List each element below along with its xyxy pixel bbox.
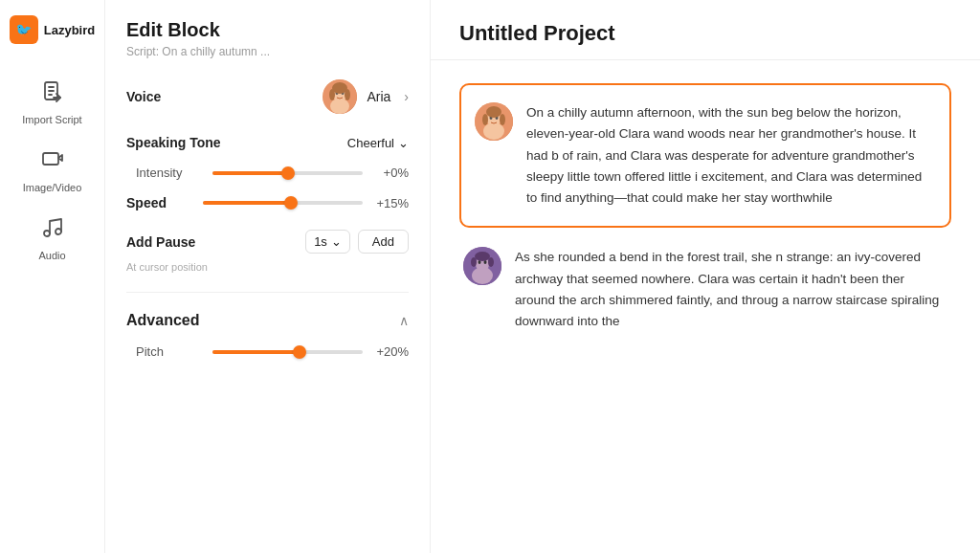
- logo: 🐦 Lazybird: [0, 15, 104, 44]
- pitch-value: +20%: [372, 344, 409, 359]
- voice-label: Voice: [126, 89, 161, 104]
- edit-panel-subtitle: Script: On a chilly autumn ...: [126, 45, 409, 58]
- svg-point-23: [500, 114, 505, 125]
- pitch-track: [212, 350, 363, 354]
- pause-duration-value: 1s: [314, 234, 327, 249]
- speed-thumb[interactable]: [284, 196, 298, 210]
- svg-point-21: [486, 106, 501, 118]
- speed-value: +15%: [372, 196, 409, 210]
- voice-name: Aria: [367, 89, 390, 104]
- svg-point-15: [345, 89, 350, 100]
- logo-icon: 🐦: [10, 15, 38, 44]
- tone-select[interactable]: Cheerful ⌄: [347, 136, 409, 150]
- pitch-fill: [212, 350, 300, 354]
- voice-avatar-image: [323, 79, 357, 114]
- intensity-fill: [212, 171, 288, 175]
- svg-point-6: [44, 231, 50, 236]
- speaking-tone-label: Speaking Tone: [126, 135, 221, 150]
- voice-avatar: [323, 79, 357, 114]
- story-block-1[interactable]: On a chilly autumn afternoon, with the s…: [459, 83, 951, 228]
- svg-point-26: [472, 267, 493, 284]
- intensity-track: [212, 171, 363, 175]
- sidebar-item-import-script-label: Import Script: [22, 114, 81, 125]
- intensity-slider[interactable]: [212, 170, 363, 176]
- speed-track: [203, 201, 363, 205]
- pitch-thumb[interactable]: [293, 345, 306, 359]
- advanced-label: Advanced: [126, 312, 199, 329]
- main-header: Untitled Project: [431, 0, 980, 60]
- sidebar-item-audio-label: Audio: [38, 250, 65, 261]
- pause-controls: 1s ⌄ Add: [305, 230, 409, 254]
- voice-row: Voice: [126, 79, 409, 114]
- voice-selector[interactable]: Aria ›: [323, 79, 409, 114]
- svg-point-10: [330, 99, 349, 114]
- tone-row: Speaking Tone Cheerful ⌄: [126, 135, 409, 150]
- sidebar: 🐦 Lazybird Import Script Image/Video: [0, 0, 105, 553]
- speed-label: Speed: [126, 195, 193, 210]
- svg-point-22: [482, 114, 488, 125]
- import-script-icon: [41, 80, 64, 109]
- tone-chevron-icon: ⌄: [398, 136, 409, 150]
- svg-point-18: [483, 122, 504, 140]
- speed-fill: [203, 201, 291, 205]
- add-pause-section: Add Pause 1s ⌄ Add At cursor position: [126, 230, 409, 293]
- advanced-chevron-icon: ∧: [399, 313, 409, 328]
- pitch-row: Pitch +20%: [126, 344, 409, 359]
- intensity-label: Intensity: [136, 166, 203, 180]
- voice-chevron-icon: ›: [404, 89, 409, 104]
- sidebar-item-image-video-label: Image/Video: [23, 182, 82, 193]
- intensity-thumb[interactable]: [281, 166, 295, 180]
- edit-panel: Edit Block Script: On a chilly autumn ..…: [105, 0, 431, 553]
- sidebar-item-image-video[interactable]: Image/Video: [11, 139, 95, 203]
- pause-duration-chevron-icon: ⌄: [331, 234, 342, 249]
- story-block-1-avatar: [475, 102, 513, 141]
- svg-point-14: [329, 89, 335, 100]
- audio-icon: [41, 216, 64, 245]
- svg-point-29: [475, 252, 490, 261]
- svg-rect-5: [43, 153, 58, 165]
- main-body: On a chilly autumn afternoon, with the s…: [431, 60, 980, 553]
- intensity-value: +0%: [372, 166, 409, 180]
- svg-point-31: [488, 257, 494, 267]
- logo-text: Lazybird: [44, 23, 95, 37]
- pause-hint: At cursor position: [126, 261, 208, 273]
- tone-value: Cheerful: [347, 136, 394, 150]
- add-pause-label: Add Pause: [126, 234, 195, 250]
- pause-row: Add Pause 1s ⌄ Add: [126, 230, 409, 254]
- pause-duration-select[interactable]: 1s ⌄: [305, 230, 350, 254]
- speed-slider[interactable]: [203, 200, 363, 206]
- pitch-label: Pitch: [136, 344, 203, 359]
- story-block-2-avatar: [463, 247, 501, 285]
- pitch-slider[interactable]: [212, 349, 363, 355]
- edit-panel-title: Edit Block: [126, 19, 409, 41]
- sidebar-item-import-script[interactable]: Import Script: [11, 71, 95, 135]
- main-title: Untitled Project: [459, 21, 951, 46]
- intensity-row: Intensity +0%: [126, 166, 409, 180]
- image-video-icon: [41, 148, 64, 177]
- main-content: Untitled Project On a chilly autumn afte…: [431, 0, 980, 553]
- svg-point-30: [471, 257, 477, 267]
- speed-row: Speed +15%: [126, 195, 409, 210]
- sidebar-item-audio[interactable]: Audio: [11, 207, 95, 271]
- advanced-header[interactable]: Advanced ∧: [126, 312, 409, 329]
- story-block-2: As she rounded a bend in the forest trai…: [459, 247, 951, 332]
- pause-add-button[interactable]: Add: [358, 230, 409, 254]
- story-block-2-text: As she rounded a bend in the forest trai…: [515, 247, 947, 332]
- story-block-1-text: On a chilly autumn afternoon, with the s…: [526, 102, 932, 209]
